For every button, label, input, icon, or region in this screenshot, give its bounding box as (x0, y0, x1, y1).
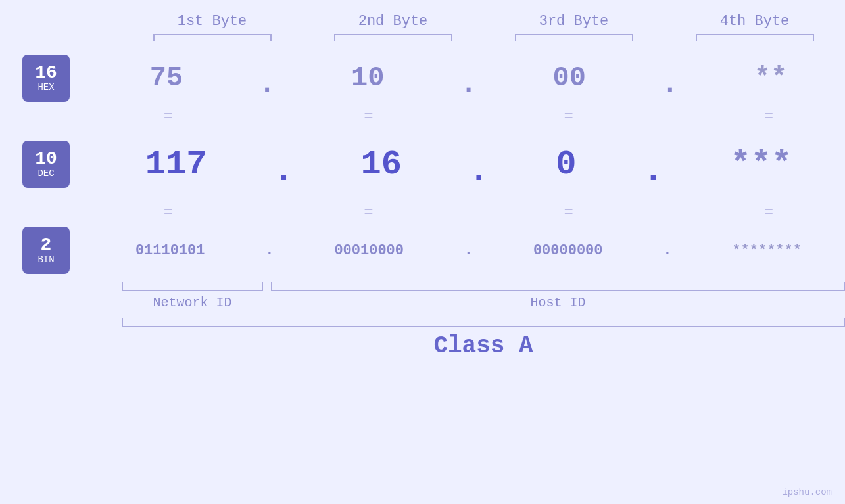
class-label: Class A (122, 332, 845, 359)
hex-val-3: 00 (552, 62, 585, 94)
class-bracket (122, 318, 845, 327)
dec-dot-2: . (468, 152, 489, 191)
hex-val-4: ** (754, 62, 787, 94)
dec-val-2: 16 (361, 145, 402, 184)
byte-header-3: 3rd Byte (508, 13, 640, 30)
hex-dot-2: . (460, 69, 477, 101)
network-id-label: Network ID (122, 295, 263, 310)
byte-header-4: 4th Byte (689, 13, 821, 30)
hex-val-2: 10 (351, 62, 384, 94)
dec-dot-1: . (274, 152, 294, 191)
dec-dot-3: . (643, 152, 664, 191)
bracket-3 (515, 34, 633, 41)
hex-val-1: 75 (150, 62, 183, 94)
bracket-4 (696, 34, 814, 41)
bin-badge: 2 BIN (22, 227, 70, 274)
hex-dot-3: . (662, 69, 678, 101)
host-id-label: Host ID (271, 295, 845, 310)
bracket-1 (153, 34, 272, 41)
byte-header-1: 1st Byte (147, 13, 278, 30)
hex-dot-1: . (258, 69, 275, 101)
bin-dot-3: . (663, 242, 671, 259)
host-id-bracket (271, 282, 845, 291)
bin-val-4: ******** (732, 242, 802, 259)
network-id-bracket (122, 282, 263, 291)
main-container: 1st Byte 2nd Byte 3rd Byte 4th Byte 16 H… (0, 0, 845, 504)
dec-val-4: *** (731, 145, 792, 184)
hex-badge: 16 HEX (22, 55, 70, 102)
bracket-2 (334, 34, 452, 41)
bin-val-1: 01110101 (135, 242, 205, 259)
bin-val-3: 00000000 (533, 242, 603, 259)
dec-val-3: 0 (556, 145, 576, 184)
bin-dot-2: . (464, 242, 473, 259)
byte-header-2: 2nd Byte (327, 13, 459, 30)
bin-val-2: 00010000 (334, 242, 404, 259)
dec-val-1: 117 (145, 145, 207, 184)
watermark: ipshu.com (782, 487, 832, 497)
bin-dot-1: . (265, 242, 274, 259)
dec-badge: 10 DEC (22, 141, 70, 188)
